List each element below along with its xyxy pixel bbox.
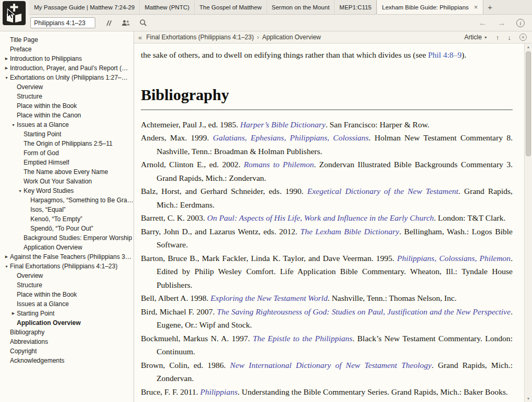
toc-item[interactable]: Kenoō, “To Empty” — [0, 214, 134, 224]
bib-rest: . San Francisco: Harper & Row. — [326, 120, 429, 129]
toc-item[interactable]: Copyright — [0, 346, 134, 356]
scroll-up-icon[interactable]: ▲ — [525, 45, 532, 49]
info-icon[interactable]: i — [516, 19, 525, 27]
collapse-toc-icon[interactable]: « — [138, 34, 142, 41]
toc-item[interactable]: Emptied Himself — [0, 158, 134, 167]
logos-app-icon[interactable] — [3, 1, 26, 27]
toc-item[interactable]: Place within the Canon — [0, 111, 134, 120]
toc-item[interactable]: Preface — [0, 45, 134, 54]
toc-item[interactable]: Title Page — [0, 35, 134, 45]
toc-item[interactable]: Starting Point — [0, 129, 134, 139]
scrollbar-thumb[interactable] — [526, 51, 531, 156]
people-icon[interactable] — [121, 19, 130, 27]
toc-item[interactable]: ▼Key Word Studies — [0, 186, 134, 195]
toc-item[interactable]: Abbreviations — [0, 337, 134, 346]
bibliography-entry: Achtemeier, Paul J., ed. 1985. Harper’s … — [141, 118, 513, 132]
tab[interactable]: Matthew (PNTC) — [140, 0, 195, 14]
breadcrumb-article[interactable]: Application Overview — [262, 34, 321, 41]
bib-title-link[interactable]: The Saving Righteousness of God: Studies… — [217, 307, 511, 316]
toc-item-label: Work Out Your Salvation — [24, 178, 92, 185]
toc-item[interactable]: Spendō, “To Pour Out” — [0, 224, 134, 233]
toc-item[interactable]: Acknowledgements — [0, 356, 134, 365]
tab-label: MEP1:C115 — [339, 4, 371, 10]
toc-item[interactable]: Form of God — [0, 148, 134, 158]
toc-item[interactable]: ▶Introduction to Philippians — [0, 54, 134, 63]
content-scrollbar[interactable]: ▲ ▼ — [524, 44, 532, 402]
chevron-right-icon[interactable]: ▶ — [3, 57, 10, 61]
toc-item-label: Key Word Studies — [24, 187, 74, 194]
sidebar-toc: Title PagePreface▶Introduction to Philip… — [0, 31, 134, 402]
tab-bar: My Passage Guide | Matthew 7:24-29Matthe… — [29, 0, 532, 15]
bib-title-link[interactable]: New International Dictionary of New Test… — [230, 361, 431, 370]
bib-title-link[interactable]: Philippians — [200, 387, 237, 396]
forward-icon[interactable]: → — [497, 19, 506, 27]
bib-title-link[interactable]: On Paul: Aspects of His Life, Work and I… — [207, 213, 434, 222]
toc-item[interactable]: Isos, “Equal” — [0, 205, 134, 214]
tab[interactable]: MEP1:C115 — [335, 0, 376, 14]
chevron-down-icon[interactable]: ▼ — [17, 189, 24, 193]
toc-item[interactable]: ▶Starting Point — [0, 309, 134, 318]
tab[interactable]: My Passage Guide | Matthew 7:24-29 — [29, 0, 140, 14]
toc-item-label: Background Studies: Emperor Worship — [24, 234, 132, 242]
toc-item[interactable]: Work Out Your Salvation — [0, 177, 134, 186]
breadcrumb-section[interactable]: Final Exhortations (Philippians 4:1–23) — [146, 34, 253, 41]
lead-text-before: the sake of others, and to dwell on edif… — [141, 50, 428, 59]
bib-rest: . Nashville, Tenn.: Thomas Nelson, Inc. — [328, 294, 457, 302]
toc-item[interactable]: Overview — [0, 82, 134, 92]
bib-title-link[interactable]: Romans to Philemon — [243, 160, 314, 169]
chevron-down-icon[interactable]: ▼ — [3, 76, 10, 80]
toc-item[interactable]: Issues at a Glance — [0, 299, 134, 309]
bib-title-link[interactable]: Exploring the New Testament World — [210, 294, 328, 302]
bib-citation: Anders, Max. 1999. — [141, 133, 213, 142]
toc-item[interactable]: Background Studies: Emperor Worship — [0, 233, 134, 243]
toc-item[interactable]: ▼Issues at a Glance — [0, 120, 134, 129]
toc-item[interactable]: ▶Against the False Teachers (Philippians… — [0, 252, 134, 262]
scripture-reference-link[interactable]: Phil 4:8–9 — [428, 50, 461, 59]
toc-item[interactable]: Bibliography — [0, 328, 134, 337]
tab-label: The Gospel of Matthew — [199, 4, 262, 10]
bib-title-link[interactable]: Philippians, Colossians, Philemon — [397, 254, 511, 263]
toc-item[interactable]: Overview — [0, 271, 134, 280]
toc-item[interactable]: ▼Exhortations on Unity (Philippians 1:27… — [0, 73, 134, 82]
chevron-down-icon[interactable]: ▼ — [10, 123, 17, 127]
bibliography-entry: Barry, John D., and Lazarus Wentz, eds. … — [141, 225, 513, 252]
toc-item[interactable]: Structure — [0, 92, 134, 101]
chevron-right-icon[interactable]: ▶ — [10, 311, 17, 316]
toc-item[interactable]: The Name above Every Name — [0, 167, 134, 177]
scroll-down-icon[interactable]: ▼ — [525, 397, 532, 400]
parallel-resources-icon[interactable] — [105, 19, 112, 27]
toc-item[interactable]: Application Overview — [0, 243, 134, 252]
toc-item[interactable]: Place within the Book — [0, 290, 134, 299]
bib-title-link[interactable]: The Epistle to the Philippians — [253, 334, 352, 343]
toc-item[interactable]: Structure — [0, 280, 134, 290]
bib-title-link[interactable]: Harper’s Bible Dictionary — [240, 120, 326, 129]
tab-label: Sermon on the Mount — [272, 4, 330, 10]
reference-input[interactable] — [30, 17, 95, 28]
new-tab-button[interactable]: + — [483, 0, 497, 14]
bib-title-link[interactable]: Exegetical Dictionary of the New Testame… — [307, 187, 459, 195]
search-icon[interactable] — [139, 19, 147, 27]
back-icon[interactable]: ← — [479, 19, 487, 27]
tab-close-icon[interactable]: × — [474, 4, 478, 10]
toc-item[interactable]: Application Overview — [0, 318, 134, 328]
article-dropdown[interactable]: Article ▼ — [464, 34, 487, 41]
chevron-right-icon[interactable]: ▶ — [3, 66, 10, 70]
toc-item[interactable]: The Origin of Philippians 2:5–11 — [0, 139, 134, 148]
toc-item[interactable]: ▶Introduction, Prayer, and Paul’s Report… — [0, 63, 134, 73]
tab-active[interactable]: Lexham Bible Guide: Philippians× — [376, 0, 483, 14]
close-panel-icon[interactable]: × — [519, 34, 527, 41]
toc-item[interactable]: Harpagmos, “Something to Be Gra… — [0, 195, 134, 205]
bib-title-link[interactable]: Galatians, Ephesians, Philippians, Colos… — [213, 133, 369, 142]
chevron-down-icon[interactable]: ▼ — [3, 265, 10, 268]
bib-citation: Brown, Colin, ed. 1986. — [141, 361, 230, 370]
tab[interactable]: Sermon on the Mount — [267, 0, 335, 14]
toc-item[interactable]: Place within the Book — [0, 101, 134, 111]
bib-citation: Barton, Bruce B., Mark Fackler, Linda K.… — [141, 254, 397, 263]
bib-title-link[interactable]: The Lexham Bible Dictionary — [301, 227, 400, 236]
app-icon-area — [0, 0, 29, 31]
chevron-right-icon[interactable]: ▶ — [3, 255, 10, 259]
previous-article-icon[interactable]: ↑ — [496, 34, 500, 41]
next-article-icon[interactable]: ↓ — [508, 34, 512, 41]
toc-item[interactable]: ▼Final Exhortations (Philippians 4:1–23) — [0, 262, 134, 271]
tab[interactable]: The Gospel of Matthew — [195, 0, 267, 14]
